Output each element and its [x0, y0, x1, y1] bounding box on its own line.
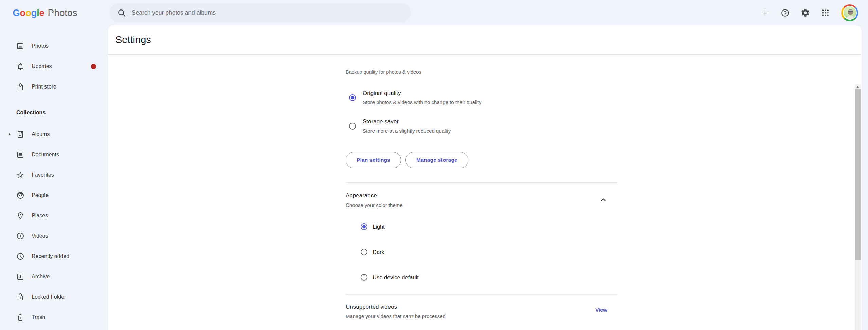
unsupported-videos-section: Unsupported videos Manage your videos th…: [346, 303, 617, 321]
collections-header: Collections: [0, 110, 108, 116]
sidebar-item-label: Archive: [32, 274, 50, 280]
option-title: Storage saver: [363, 117, 451, 126]
sidebar-item-label: Locked Folder: [32, 294, 66, 300]
account-avatar[interactable]: [841, 4, 858, 21]
sidebar-item-places[interactable]: Places: [0, 208, 108, 224]
unsupported-videos-subtitle: Manage your videos that can't be process…: [346, 312, 617, 321]
sidebar-item-photos[interactable]: Photos: [0, 38, 108, 54]
backup-option-original-quality[interactable]: Original qualityStore photos & videos wi…: [346, 89, 481, 106]
photos-icon: [16, 42, 24, 50]
sidebar-item-recently-added[interactable]: Recently added: [0, 248, 108, 265]
apps-grid-icon: [821, 8, 830, 17]
appearance-collapse-button[interactable]: [599, 196, 608, 205]
places-icon: [16, 212, 24, 220]
upload-button[interactable]: [758, 6, 772, 20]
sidebar-item-label: Places: [32, 213, 48, 219]
logo-letter: o: [20, 7, 25, 18]
logo-letter: G: [13, 7, 20, 18]
sidebar-item-albums[interactable]: Albums: [0, 126, 108, 142]
sidebar-item-trash[interactable]: Trash: [0, 309, 108, 326]
section-divider: [346, 182, 617, 183]
radio-unselected[interactable]: [349, 123, 356, 130]
scrollbar[interactable]: [855, 84, 861, 330]
settings-content: Backup quality for photos & videos Origi…: [346, 55, 617, 330]
theme-option-use-device-default[interactable]: Use device default: [346, 273, 419, 282]
radio-unselected[interactable]: [361, 274, 367, 281]
search-input[interactable]: [132, 9, 403, 16]
theme-option-label: Dark: [373, 249, 384, 255]
archive-icon: [16, 273, 24, 281]
logo-letter: e: [39, 7, 44, 18]
sidebar-item-label: Photos: [32, 43, 49, 49]
sidebar-item-label: Documents: [32, 152, 59, 158]
bell-icon: [16, 62, 24, 71]
sidebar-item-label: Videos: [32, 233, 48, 239]
sidebar-item-label: People: [32, 192, 49, 198]
favorites-icon: [16, 171, 24, 179]
manage-storage-button[interactable]: Manage storage: [405, 152, 468, 168]
logo-letter: l: [37, 7, 39, 18]
sidebar-item-locked-folder[interactable]: Locked Folder: [0, 289, 108, 305]
logo-letter: o: [25, 7, 31, 18]
settings-button[interactable]: [798, 6, 812, 20]
scrollbar-thumb[interactable]: [855, 89, 861, 260]
unread-badge: [91, 64, 96, 69]
lock-icon: [16, 293, 24, 301]
radio-selected[interactable]: [361, 223, 367, 230]
sidebar-item-label: Albums: [32, 131, 50, 137]
backup-option-storage-saver[interactable]: Storage saverStore more at a slightly re…: [346, 117, 451, 135]
sidebar-item-updates[interactable]: Updates: [0, 58, 108, 75]
sidebar-item-label: Favorites: [32, 172, 54, 178]
appearance-title: Appearance: [346, 191, 617, 200]
apps-grid-button[interactable]: [818, 6, 832, 20]
sidebar-item-label: Recently added: [32, 253, 69, 259]
page-title: Settings: [115, 34, 151, 45]
sidebar: PhotosUpdatesPrint store Collections Alb…: [0, 25, 108, 330]
topbar-actions: [758, 0, 858, 25]
print-store-icon: [16, 83, 24, 91]
view-button[interactable]: View: [595, 306, 607, 314]
sidebar-item-archive[interactable]: Archive: [0, 269, 108, 285]
google-photos-logo[interactable]: Google Photos: [13, 0, 77, 25]
search-icon: [117, 8, 126, 17]
sidebar-item-print-store[interactable]: Print store: [0, 79, 108, 95]
theme-option-light[interactable]: Light: [346, 222, 385, 231]
section-divider: [346, 294, 617, 295]
sidebar-item-label: Trash: [32, 314, 45, 321]
settings-scroll-area: Backup quality for photos & videos Origi…: [108, 55, 862, 330]
chevron-up-icon: [599, 196, 608, 204]
sidebar-item-label: Updates: [32, 63, 52, 70]
option-description: Store more at a slightly reduced quality: [363, 127, 451, 135]
help-icon: [781, 8, 790, 17]
option-title: Original quality: [363, 89, 481, 98]
option-description: Store photos & videos with no change to …: [363, 98, 481, 106]
settings-icon: [801, 8, 810, 17]
upload-icon: [760, 8, 770, 18]
videos-icon: [16, 232, 24, 240]
sidebar-item-documents[interactable]: Documents: [0, 147, 108, 163]
google-photos-settings-page: Google Photos PhotosUpdate: [0, 0, 868, 330]
sidebar-item-label: Print store: [32, 84, 56, 90]
sidebar-item-people[interactable]: People: [0, 187, 108, 203]
appearance-subtitle: Choose your color theme: [346, 201, 617, 209]
settings-header: Settings: [108, 25, 862, 55]
help-button[interactable]: [778, 6, 792, 20]
theme-option-label: Light: [373, 224, 385, 230]
sidebar-item-favorites[interactable]: Favorites: [0, 167, 108, 183]
avatar-photo: [843, 6, 857, 20]
documents-icon: [16, 151, 24, 159]
radio-unselected[interactable]: [361, 249, 367, 255]
search-bar[interactable]: [110, 3, 411, 22]
expand-caret-icon[interactable]: [7, 132, 12, 137]
backup-quality-heading: Backup quality for photos & videos: [346, 69, 421, 75]
sidebar-item-videos[interactable]: Videos: [0, 228, 108, 244]
logo-product-name: Photos: [48, 7, 77, 18]
plan-settings-button[interactable]: Plan settings: [346, 152, 401, 168]
google-logo-word: Google: [13, 7, 44, 18]
recent-icon: [16, 252, 24, 260]
backup-buttons-row: Plan settingsManage storage: [346, 152, 468, 168]
radio-selected[interactable]: [349, 94, 356, 101]
settings-panel: Settings Backup quality for photos & vid…: [108, 25, 862, 330]
theme-option-dark[interactable]: Dark: [346, 248, 384, 256]
logo-letter: g: [31, 7, 37, 18]
